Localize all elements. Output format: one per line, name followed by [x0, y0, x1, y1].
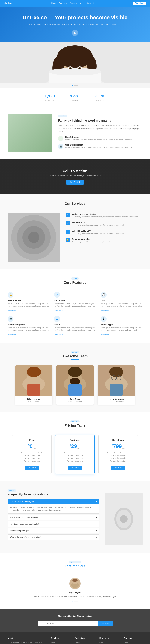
team-member-role-2: Front-end Developer — [100, 400, 133, 402]
testimonial-dot-1[interactable] — [72, 600, 74, 602]
core-feature-1: 🛍 Online Shop Lorem ipsum dolor sit amet… — [54, 292, 96, 311]
faq-badge: Need Info? — [7, 490, 16, 492]
svg-point-41 — [120, 515, 128, 523]
nav-contact[interactable]: Contact — [87, 2, 93, 4]
testimonial-dot-3[interactable] — [76, 600, 78, 602]
nav-company[interactable]: Company — [59, 2, 67, 4]
hero-image — [0, 42, 150, 83]
newsletter-subscribe-button[interactable]: Subscribe — [98, 621, 112, 626]
service-item-0: ✦ Modern and clean design Far far away, … — [66, 213, 143, 218]
svg-point-18 — [28, 232, 39, 243]
team-photo-0 — [15, 366, 53, 396]
hero-person-image — [0, 42, 150, 83]
learn-more-3[interactable]: Learn More — [7, 334, 16, 335]
svg-point-12 — [70, 68, 71, 69]
team-grid: Ellen Hobnes CEO, Founder Dave Craig CEO… — [7, 366, 143, 405]
dot-2[interactable] — [75, 85, 75, 86]
pricing-button-0[interactable]: Get Started — [25, 466, 39, 470]
core-feature-text-3: Lorem ipsum dolor sit amet, consectetur … — [7, 326, 50, 332]
pricing-card-business: Business $29/mo Far from the countries V… — [55, 435, 95, 474]
learn-more-1[interactable]: Learn More — [54, 309, 63, 311]
web-dev-icon: 💻 — [58, 144, 63, 149]
core-feature-text-0: Lorem ipsum dolor sit amet, consectetur … — [7, 302, 50, 308]
service-text-1: Far far away, behind the word mountains,… — [72, 224, 125, 227]
about-image — [7, 114, 53, 152]
footer-link-blog[interactable]: Blog — [99, 641, 118, 643]
cta-title: Call To Action — [4, 169, 146, 173]
pricing-price-1: $29/mo — [59, 443, 91, 450]
pricing-card-developer: Developer $799/mo Far from the countries… — [98, 435, 138, 474]
faq-question-0[interactable]: How to download and register? ▾ — [7, 499, 99, 504]
footer-link-media[interactable]: Media — [51, 641, 69, 643]
learn-more-4[interactable]: Learn More — [54, 334, 63, 335]
core-feature-title-3: Web Development — [7, 324, 50, 326]
nav-about[interactable]: About — [80, 2, 84, 4]
core-icon-3: 💻 — [7, 316, 13, 322]
testimonials-title-block: Happy Customers Testimonials — [7, 560, 143, 572]
core-feature-title-0: Safe & Secure — [7, 299, 50, 302]
testimonial-text: "There is no one who loves pain itself, … — [28, 595, 122, 598]
faq-content: Frequently Asked Questions How to downlo… — [7, 493, 99, 545]
pricing-divider — [71, 429, 79, 429]
pricing-price-2: $799/mo — [102, 443, 134, 450]
faq-answer-0: Far far away, behind the word mountains,… — [7, 504, 99, 514]
core-feature-3: 💻 Web Development Lorem ipsum dolor sit … — [7, 316, 50, 336]
services-image — [7, 213, 60, 262]
footer-link-marketing[interactable]: Marketing — [75, 641, 94, 643]
faq-item-0: How to download and register? ▾ Far far … — [7, 499, 99, 514]
stat-members: 1,929 MEMBERS — [44, 94, 55, 101]
pricing-title: Pricing Table — [7, 424, 143, 428]
nav-templates-button[interactable]: Templates — [133, 2, 146, 5]
core-feature-4: ☁ Cloud Lorem ipsum dolor sit amet, cons… — [54, 316, 96, 336]
core-features-grid: 🔒 Safe & Secure Lorem ipsum dolor sit am… — [7, 292, 143, 336]
core-feature-0: 🔒 Safe & Secure Lorem ipsum dolor sit am… — [7, 292, 50, 311]
hero-title: Untree.co — Your projects become visible — [4, 14, 146, 21]
faq-question-4[interactable]: What is the cost of changing product? ▸ — [7, 534, 99, 540]
stat-shares-number: 2,190 — [95, 94, 106, 98]
service-item-2: ✓ Success Every Day Far far away, behind… — [66, 230, 143, 235]
testimonial-dot-2[interactable] — [75, 600, 75, 602]
dot-1[interactable] — [72, 85, 74, 86]
pricing-button-1[interactable]: Get Started — [68, 466, 82, 470]
team-member-role-0: CEO, Founder — [17, 400, 50, 402]
services-title-block: Our Services — [7, 202, 143, 207]
faq-question-2[interactable]: How to download your bookmarks? ▸ — [7, 521, 99, 527]
pricing-badge: Select Price — [70, 420, 79, 422]
faq-question-1[interactable]: Where to simply dummy amount? ▸ — [7, 515, 99, 520]
team-member-name-1: Dave Craig — [59, 398, 91, 400]
service-icon-3: 💡 — [66, 238, 70, 242]
staircase-svg — [7, 213, 60, 262]
stat-likes-label: LIKES — [70, 99, 80, 101]
services-title: Our Services — [7, 202, 143, 206]
testimonials-section: Happy Customers Testimonials Kayla Bryan… — [0, 553, 150, 609]
stat-likes-number: 5,381 — [70, 94, 80, 98]
stat-likes: 5,381 LIKES — [70, 94, 80, 101]
newsletter-email-input[interactable] — [37, 621, 98, 626]
pricing-grid: Free $0/mo Far from the countries Vokali… — [7, 435, 143, 474]
cta-button[interactable]: Get Started — [66, 180, 83, 185]
pricing-features-2: Far from the countries VokaliaFar from t… — [102, 452, 134, 462]
stats-section: 1,929 MEMBERS 5,381 LIKES 2,190 SHARES — [0, 88, 150, 107]
navbar: Visible Home Company Products About Cont… — [0, 0, 150, 6]
web-dev-text: Far far away, behind the word mountains,… — [65, 146, 132, 149]
svg-point-27 — [68, 367, 82, 377]
learn-more-0[interactable]: Learn More — [7, 309, 16, 311]
footer-link-about[interactable]: About — [124, 641, 143, 643]
pricing-button-2[interactable]: Get Started — [111, 466, 125, 470]
dot-3[interactable] — [76, 85, 78, 86]
learn-more-2[interactable]: Learn More — [100, 309, 109, 311]
svg-point-28 — [70, 378, 80, 385]
hero-play-button[interactable] — [72, 30, 78, 36]
services-layout: ✦ Modern and clean design Far far away, … — [7, 213, 143, 262]
nav-home[interactable]: Home — [51, 2, 57, 4]
core-icon-1: 🛍 — [54, 292, 60, 298]
faq-question-3[interactable]: When to simply retype? ▸ — [7, 528, 99, 533]
stat-members-number: 1,929 — [44, 94, 55, 98]
services-section: Our Services ✦ Modern and clean design F… — [0, 194, 150, 270]
team-section: Our Team Awesome Team Ellen Hobnes CEO, … — [0, 343, 150, 412]
learn-more-5[interactable]: Learn More — [100, 334, 109, 335]
core-feature-text-1: Lorem ipsum dolor sit amet, consectetur … — [54, 302, 96, 308]
core-icon-2: 💬 — [100, 292, 106, 298]
faq-section: Need Info? Frequently Asked Questions Ho… — [0, 481, 150, 553]
nav-products[interactable]: Products — [70, 2, 77, 4]
